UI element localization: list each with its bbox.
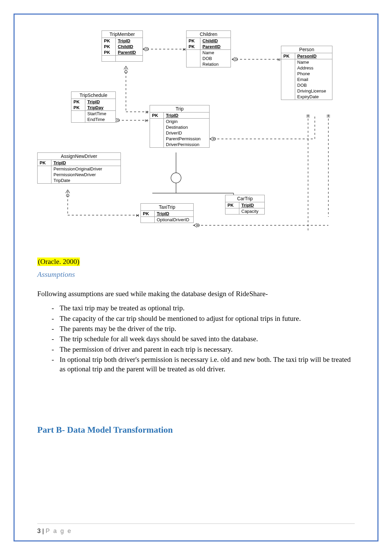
list-item: The taxi trip may be treated as optional… bbox=[58, 303, 355, 313]
svg-text:H: H bbox=[146, 110, 148, 114]
entity-trip: Trip PKTripID Origin Destination DriverI… bbox=[150, 105, 210, 148]
entity-tripschedule: TripSchedule PKTripID PKTripDay StartTim… bbox=[71, 91, 116, 123]
svg-point-7 bbox=[125, 70, 127, 73]
citation-highlight: (Oracle. 2000) bbox=[37, 258, 80, 266]
entity-title: TripMember bbox=[102, 31, 143, 38]
entity-title: CarTrip bbox=[225, 195, 264, 202]
entity-title: TripSchedule bbox=[71, 92, 115, 99]
list-item: The permission of driver and parent in e… bbox=[58, 345, 355, 354]
svg-point-1 bbox=[146, 48, 149, 50]
page-label: P a g e bbox=[46, 528, 72, 534]
page: H H H H bbox=[0, 0, 392, 555]
list-item: In optional trip both driver's permissio… bbox=[58, 355, 355, 374]
content-area: H H H H bbox=[37, 27, 355, 528]
assumptions-heading: Assumptions bbox=[37, 270, 355, 279]
svg-point-14 bbox=[213, 138, 216, 140]
er-diagram: H H H H bbox=[37, 27, 349, 237]
svg-point-23 bbox=[171, 173, 181, 183]
svg-text:H: H bbox=[145, 119, 148, 123]
svg-point-33 bbox=[197, 224, 199, 227]
page-footer: 3 | P a g e bbox=[37, 528, 72, 535]
footer-divider bbox=[37, 523, 355, 524]
entity-cartrip: CarTrip PKTripID Capacity bbox=[225, 195, 265, 214]
assumptions-intro: Following assumptions are sued while mak… bbox=[37, 289, 355, 299]
entity-tripmember: TripMember PKTripID PKChildID PKParentID bbox=[102, 30, 143, 62]
svg-point-11 bbox=[117, 119, 119, 122]
entity-taxitrip: TaxiTrip PKTripID OptionalDriverID bbox=[140, 203, 194, 223]
list-item: The parents may be the driver of the tri… bbox=[58, 324, 355, 333]
svg-text:H: H bbox=[278, 58, 280, 62]
entity-assignnewdriver: AssignNewDriver PKTripID PermissionOrigi… bbox=[37, 152, 121, 184]
part-b-heading: Part B- Data Model Transformation bbox=[37, 425, 355, 435]
entity-title: Children bbox=[187, 31, 231, 38]
assumptions-list: The taxi trip may be treated as optional… bbox=[37, 303, 355, 374]
entity-title: Trip bbox=[150, 105, 209, 112]
entity-children: Children PKChildID PKParentID Name DOB R… bbox=[186, 30, 231, 67]
svg-text:H: H bbox=[136, 213, 139, 218]
page-number: 3 bbox=[37, 528, 41, 534]
entity-person: Person PKPersonID Name Address Phone Ema… bbox=[281, 46, 332, 100]
svg-text:H: H bbox=[183, 47, 186, 52]
entity-title: Person bbox=[281, 46, 332, 53]
entity-title: TaxiTrip bbox=[141, 204, 193, 211]
entity-title: AssignNewDriver bbox=[38, 153, 121, 160]
list-item: The trip schedule for all week days shou… bbox=[58, 334, 355, 344]
svg-point-29 bbox=[66, 194, 69, 197]
list-item: The capacity of the car trip should be m… bbox=[58, 314, 355, 323]
svg-point-4 bbox=[235, 58, 238, 61]
